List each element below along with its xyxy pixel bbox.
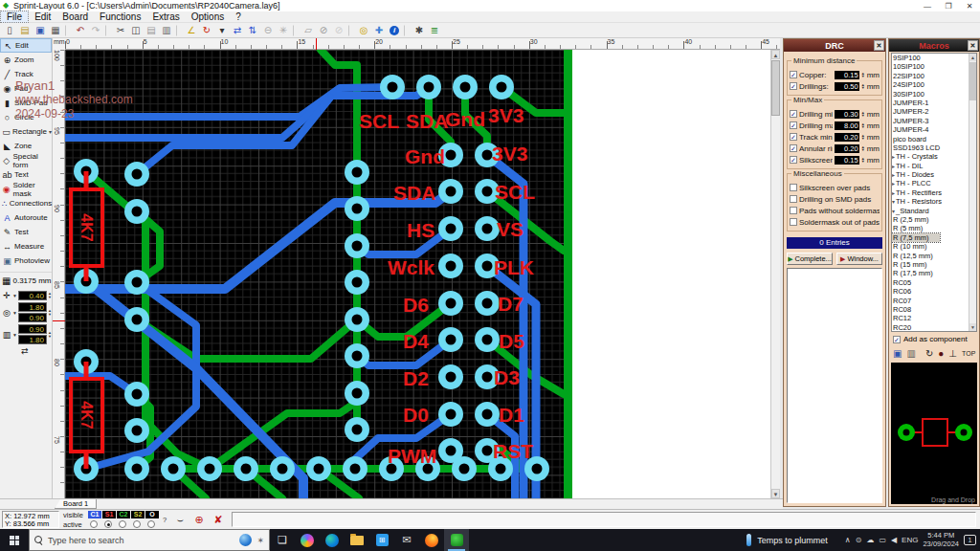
checkbox-unchecked[interactable] — [790, 218, 797, 226]
scroll-up-arrow[interactable]: ▲ — [969, 54, 976, 61]
layer-chip-layer-s1[interactable]: S1 — [102, 511, 116, 518]
save-macro-button[interactable]: ▣ — [893, 348, 902, 359]
taskbar-app-browser-beta[interactable] — [295, 529, 320, 551]
macro-tree-item-24sip100[interactable]: 24SIP100 — [892, 80, 976, 89]
toolbar-button-unlock[interactable]: ⊘ — [331, 24, 346, 37]
checkbox-checked[interactable]: ✓ — [790, 71, 797, 78]
menu-item-board[interactable]: Board — [56, 11, 94, 22]
rule-value-field[interactable]: 0.30 — [835, 110, 859, 119]
toolbar-button-sep4[interactable] — [293, 25, 299, 36]
macro-preview[interactable]: Drag and Drop — [891, 363, 977, 504]
macro-tree-item-th-crystals[interactable]: ▸TH - Crystals — [892, 152, 976, 161]
macro-tree-item-standard[interactable]: ▾_Standard — [892, 207, 976, 215]
toolbar-button-sep3[interactable] — [176, 25, 182, 36]
toolbar-button-cut[interactable]: ✂ — [113, 24, 128, 37]
macro-tree-item-jumper-1[interactable]: JUMPER-1 — [892, 99, 976, 107]
macro-tree-item-10sip100[interactable]: 10SIP100 — [892, 62, 976, 71]
add-as-component-checkbox[interactable]: ✓ — [893, 336, 901, 343]
toolbar-button-update[interactable]: ≣ — [427, 24, 442, 37]
toolbar-button-zoom-all[interactable]: ◎ — [356, 24, 371, 37]
menu-item-help[interactable]: ? — [230, 11, 247, 22]
macro-tree-item-22sip100[interactable]: 22SIP100 — [892, 72, 976, 80]
tree-expander-icon[interactable]: ▸ — [892, 172, 895, 178]
scroll-down-arrow[interactable]: ▼ — [771, 489, 780, 498]
close-button[interactable]: ✕ — [959, 2, 980, 11]
rule-value-field[interactable]: 0.15 — [835, 156, 859, 165]
track-width-spinner[interactable]: ▲▼ — [48, 292, 52, 299]
grid-setting-button[interactable]: ▦ 0.3175 mm — [0, 272, 52, 289]
toolbar-button-delete[interactable]: ▥ — [159, 24, 174, 37]
toolbar-button-undo[interactable]: ↶ — [73, 24, 88, 37]
rule-spinner[interactable]: ▲▼ — [861, 72, 865, 78]
track-bend-mode-button[interactable]: ⌣ — [171, 512, 189, 527]
macro-tree-item-jumper-2[interactable]: JUMPER-2 — [892, 107, 976, 116]
layer-chip-layer-c1[interactable]: C1 — [88, 511, 101, 518]
toolbar-button-sep6[interactable] — [404, 25, 410, 36]
checkbox-unchecked[interactable] — [790, 184, 797, 191]
rule-value-field[interactable]: 8.00 — [835, 121, 859, 130]
rule-spinner[interactable]: ▲▼ — [861, 157, 865, 164]
taskbar-app-edge[interactable] — [320, 529, 345, 551]
taskbar-app-file-explorer[interactable] — [345, 529, 369, 551]
macro-tree-item-jumper-4[interactable]: JUMPER-4 — [892, 125, 976, 134]
checkbox-unchecked[interactable] — [790, 207, 797, 214]
macros-close-button[interactable]: ✕ — [968, 40, 978, 51]
pcb-canvas[interactable]: 4K7 4K7 SCL SDA Gnd 3V3 Gnd 3V3 SDA SCL … — [65, 50, 780, 498]
menu-item-file[interactable]: File — [0, 11, 29, 23]
drc-results-list[interactable] — [787, 268, 882, 503]
rotate-macro-button[interactable]: ↻ — [925, 348, 933, 359]
remove-connection-button[interactable]: ✘ — [210, 512, 227, 527]
toolbar-button-edit-angle[interactable]: ∠ — [184, 24, 199, 37]
toolbar-button-mirror-horizontal[interactable]: ⇄ — [230, 24, 245, 37]
layer-side-button[interactable]: ⊥ — [948, 348, 957, 359]
cortana-globe-icon[interactable] — [239, 534, 252, 546]
scrollbar-thumb[interactable] — [771, 60, 780, 116]
start-button[interactable] — [0, 529, 29, 551]
checkbox-checked[interactable]: ✓ — [790, 121, 797, 129]
macro-tree-item-r-2-5[interactable]: R (2,5 mm) — [892, 215, 976, 224]
active-layer-radio-s1[interactable] — [104, 520, 112, 528]
scroll-up-arrow[interactable]: ▲ — [771, 50, 780, 59]
macro-tree-item-ssd1963-lcd[interactable]: SSD1963 LCD — [892, 143, 976, 152]
rule-value-field[interactable]: 0.20 — [835, 133, 859, 142]
toolbar-button-rotate[interactable]: ↻ — [199, 24, 214, 37]
scroll-down-arrow[interactable]: ▼ — [969, 323, 976, 331]
active-layer-radio-o[interactable] — [147, 520, 155, 528]
language-indicator[interactable]: ENG — [902, 536, 918, 544]
macro-tree-item-rc06[interactable]: RC06 — [892, 287, 976, 296]
toolbar-button-paste[interactable]: ▤ — [144, 24, 159, 37]
smd-height-field[interactable]: 1.80 — [18, 335, 47, 344]
macro-tree-item-rc12[interactable]: RC12 — [892, 314, 976, 322]
volume-icon[interactable]: ◀ — [891, 536, 897, 544]
macro-tree-item-9sip100[interactable]: 9SIP100 — [892, 54, 976, 62]
checkbox-checked[interactable]: ✓ — [790, 144, 797, 152]
macro-tree-item-th-plcc[interactable]: ▸TH - PLCC — [892, 179, 976, 187]
tool-track[interactable]: ╱ Track — [0, 67, 52, 81]
macro-tree-item-th-diodes[interactable]: ▸TH - Diodes — [892, 170, 976, 179]
delete-macro-button[interactable]: ▥ — [906, 348, 915, 359]
weather-headline[interactable]: Temps to plummet — [757, 536, 828, 545]
layer-chip-layer-c2[interactable]: C2 — [117, 511, 130, 518]
taskbar-app-firefox[interactable] — [419, 529, 444, 551]
tool-special-form[interactable]: ◇ Special form — [0, 153, 52, 167]
toolbar-button-copy[interactable]: ◫ — [128, 24, 144, 37]
toolbar-button-group[interactable]: ▱ — [301, 24, 316, 37]
macro-tree-item-th-rectifiers[interactable]: ▸TH - Rectifiers — [892, 188, 976, 197]
rule-spinner[interactable]: ▲▼ — [861, 145, 865, 152]
rule-value-field[interactable]: 0.20 — [835, 144, 859, 153]
pad-size-spinner[interactable]: ▲▼ — [48, 309, 52, 317]
track-width-field[interactable]: 0.40 — [18, 291, 47, 300]
tool-pad[interactable]: ◉ Pad — [0, 81, 52, 96]
toolbar-button-mirror-vertical[interactable]: ⇅ — [245, 24, 260, 37]
toolbar-button-sep5[interactable] — [348, 25, 354, 36]
toolbar-button-print[interactable]: ▦ — [48, 24, 63, 37]
macro-tree-item-th-dil[interactable]: ▸TH - DIL — [892, 162, 976, 170]
toolbar-button-align[interactable]: ⊖ — [260, 24, 276, 37]
tree-expander-icon[interactable]: ▸ — [892, 164, 895, 169]
active-layer-radio-s2[interactable] — [133, 520, 141, 528]
macro-tree-item-rc07[interactable]: RC07 — [892, 297, 976, 305]
macro-tree-item-r-7-5[interactable]: R (7,5 mm) — [892, 233, 940, 242]
smd-width-field[interactable]: 0.90 — [18, 324, 47, 334]
toolbar-button-info[interactable]: i — [387, 24, 402, 37]
tool-smd-pad[interactable]: ▮ SMD-Pad — [0, 96, 52, 110]
